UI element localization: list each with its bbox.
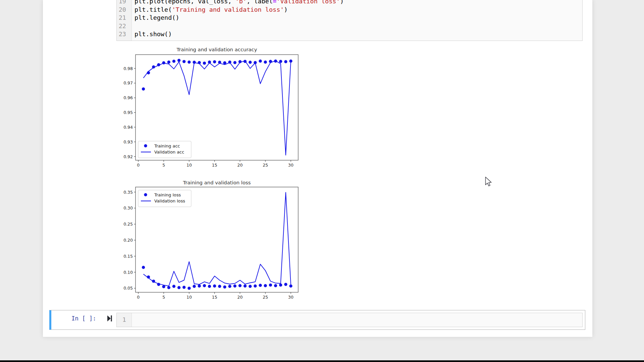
input-prompt: In [ ]:: [71, 315, 96, 322]
svg-text:30: 30: [288, 163, 293, 168]
jupyter-notebook-page: { "page": { "background": "#ececec", "ac…: [0, 0, 644, 362]
svg-text:Training loss: Training loss: [154, 192, 181, 197]
svg-text:0: 0: [137, 163, 140, 168]
line-number: 1: [122, 316, 126, 323]
svg-text:0.98: 0.98: [123, 66, 133, 71]
svg-text:Training and validation accura: Training and validation accuracy: [176, 47, 257, 52]
svg-text:0.30: 0.30: [123, 205, 133, 210]
svg-text:10: 10: [186, 295, 192, 300]
svg-text:15: 15: [212, 163, 217, 168]
svg-text:20: 20: [237, 163, 243, 168]
svg-text:0.35: 0.35: [123, 190, 133, 195]
svg-text:0.15: 0.15: [123, 254, 133, 259]
svg-text:0.94: 0.94: [123, 125, 133, 130]
bottom-black-bar: [0, 360, 644, 362]
svg-text:10: 10: [186, 163, 192, 168]
svg-text:0.20: 0.20: [123, 238, 133, 243]
svg-text:25: 25: [263, 163, 268, 168]
empty-code-cell[interactable]: In [ ]: 1: [49, 310, 585, 330]
svg-text:0: 0: [137, 295, 140, 300]
svg-text:0.92: 0.92: [123, 154, 133, 159]
run-cell-icon[interactable]: [107, 315, 112, 322]
svg-text:Validation loss: Validation loss: [154, 198, 185, 203]
svg-text:0.96: 0.96: [123, 95, 133, 100]
code-cell-gutter: 1920212223: [117, 0, 132, 41]
svg-text:25: 25: [263, 295, 268, 300]
svg-text:15: 15: [212, 295, 217, 300]
svg-text:0.95: 0.95: [123, 110, 133, 115]
svg-text:5: 5: [162, 295, 165, 300]
notebook-panel: 1920212223 plt.plot(epochs, val_loss, 'b…: [43, 0, 592, 337]
svg-text:0.93: 0.93: [123, 139, 133, 144]
code-cell-input[interactable]: 1920212223 plt.plot(epochs, val_loss, 'b…: [116, 0, 583, 41]
empty-cell-editor[interactable]: [132, 313, 582, 327]
svg-text:0.97: 0.97: [123, 80, 133, 85]
svg-text:Training and validation loss: Training and validation loss: [183, 180, 251, 185]
accuracy-chart-output: 0.920.930.940.950.960.970.98051015202530…: [119, 45, 300, 172]
loss-chart-output: 0.050.100.150.200.250.300.35051015202530…: [119, 180, 300, 307]
code-cell-editor[interactable]: plt.plot(epochs, val_loss, 'b', label='V…: [132, 0, 582, 41]
svg-text:Training acc: Training acc: [154, 143, 180, 148]
svg-text:20: 20: [237, 295, 243, 300]
svg-text:Validation acc: Validation acc: [154, 149, 184, 155]
svg-text:0.25: 0.25: [123, 222, 133, 227]
empty-cell-input[interactable]: 1: [116, 313, 583, 327]
svg-text:0.05: 0.05: [123, 286, 133, 291]
empty-cell-gutter: 1: [117, 313, 132, 327]
svg-text:30: 30: [288, 295, 293, 300]
svg-text:0.10: 0.10: [123, 270, 133, 275]
svg-text:5: 5: [162, 163, 165, 168]
